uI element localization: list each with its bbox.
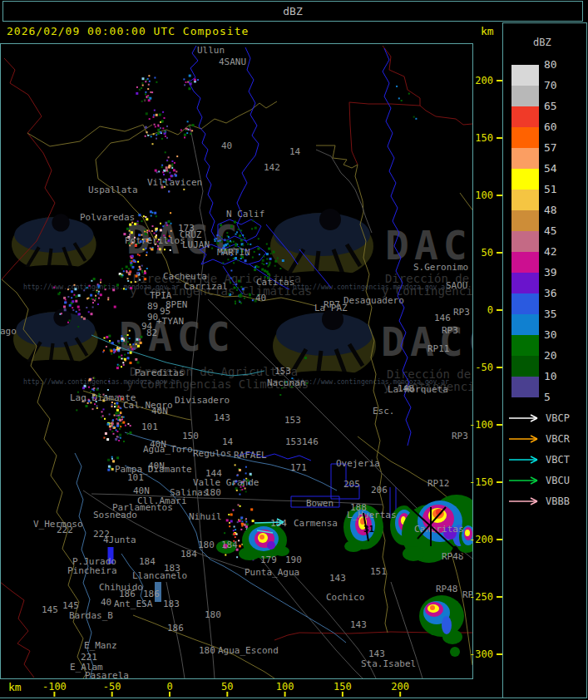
panel-divider-line (502, 22, 503, 698)
colorbar-swatch (511, 356, 539, 377)
vector-legend-row: VBCR (509, 433, 571, 445)
colorbar-label: 42 (544, 245, 557, 258)
right-axis-tick-label: 200 (475, 75, 493, 86)
right-axis-tick-label: 50 (482, 247, 493, 259)
colorbar-swatch (511, 335, 539, 356)
vector-legend-row: VBCP (509, 412, 570, 424)
bottom-axis-tick-label: 0 (166, 681, 172, 693)
right-axis-tick-label: 0 (487, 304, 493, 316)
timestamp-label: 2026/02/09 00:00:00 UTC Composite (7, 25, 249, 37)
right-edge-line (586, 22, 587, 698)
vector-legend-label: VBBB (546, 495, 570, 507)
bottom-axis-tick-label: -50 (103, 681, 121, 693)
right-axis-tick-label: 100 (475, 190, 493, 201)
colorbar-label: 57 (544, 141, 557, 154)
bottom-axis-tick-label: 200 (391, 681, 409, 693)
title-bar: dBZ (2, 1, 583, 22)
bottom-axis-tick-label: 50 (221, 681, 233, 693)
bottom-axis-tick-label: 150 (334, 681, 352, 693)
vector-legend-label: VBCU (546, 475, 570, 486)
colorbar-swatch (511, 190, 539, 210)
right-axis-tick-label: 150 (475, 132, 493, 144)
vector-legend-row: VBCU (509, 475, 570, 486)
colorbar-swatch (511, 377, 539, 397)
radar-app-window: dBZ 2026/02/09 00:00:00 UTC Composite km… (0, 0, 588, 700)
colorbar-swatch (511, 252, 539, 273)
colorbar-label: 5 (544, 391, 551, 403)
colorbar-swatch (511, 86, 539, 106)
colorbar-label: 45 (544, 224, 557, 237)
vector-legend-label: VBCP (546, 412, 570, 424)
colorbar-swatch (511, 314, 539, 335)
colorbar-swatch (511, 65, 539, 86)
colorbar-label: 65 (544, 100, 557, 112)
dbz-colorbar: 807065605754514845423936353020105 (511, 58, 557, 403)
colorbar-swatch (511, 169, 539, 190)
colorbar-title: dBZ (533, 37, 551, 48)
vector-legend-row: VBBB (509, 495, 570, 507)
colorbar-swatch (511, 210, 539, 231)
colorbar-label: 35 (544, 308, 557, 320)
bottom-axis-unit-label: km (8, 681, 22, 693)
bottom-axis-tick-label: -100 (42, 681, 67, 693)
colorbar-swatch (511, 127, 539, 148)
colorbar-label: 51 (544, 183, 557, 195)
panel-top-line (502, 22, 587, 23)
title-bar-label: dBZ (283, 5, 302, 17)
header-unit-label: km (481, 25, 494, 37)
colorbar-label: 30 (544, 328, 557, 341)
colorbar-label: 70 (544, 79, 557, 91)
colorbar-swatch (511, 106, 539, 127)
colorbar-label: 48 (544, 204, 557, 216)
vector-legend-row: VBCT (509, 454, 570, 466)
colorbar-label: 80 (544, 58, 557, 71)
vector-legend-label: VBCT (546, 454, 570, 466)
colorbar-label: 54 (544, 162, 557, 175)
colorbar-label: 39 (544, 266, 557, 279)
colorbar-label: 20 (544, 349, 557, 362)
right-axis-tick-label: -50 (475, 362, 493, 373)
colorbar-swatch (511, 273, 539, 293)
colorbar-label: 60 (544, 121, 557, 133)
colorbar-swatch (511, 148, 539, 169)
bottom-axis-tick-label: 100 (276, 681, 294, 693)
radar-map-viewport[interactable] (0, 43, 473, 679)
vector-legend-label: VBCR (546, 433, 571, 445)
colorbar-swatch (511, 293, 539, 314)
colorbar-label: 10 (544, 370, 557, 382)
colorbar-swatch (511, 231, 539, 252)
bottom-edge-line (0, 698, 587, 698)
colorbar-label: 36 (544, 287, 557, 299)
